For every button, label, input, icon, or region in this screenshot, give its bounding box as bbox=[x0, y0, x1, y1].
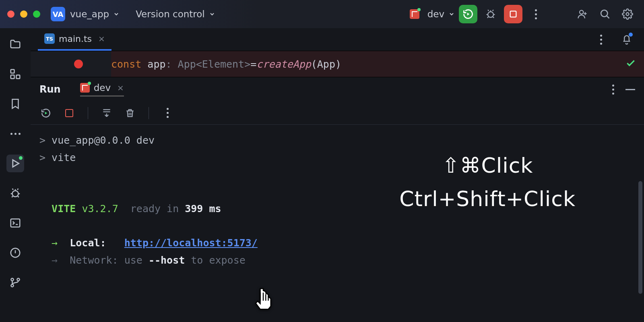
divider bbox=[88, 107, 88, 119]
main-content: TS main.ts × const app bbox=[31, 28, 644, 322]
rerun-icon bbox=[41, 108, 51, 118]
svg-point-13 bbox=[11, 284, 13, 287]
run-panel-label: Run bbox=[39, 84, 61, 95]
folder-icon bbox=[9, 38, 21, 50]
svg-point-3 bbox=[601, 10, 607, 17]
chevron-down-icon bbox=[209, 11, 215, 17]
ts-file-icon: TS bbox=[44, 33, 55, 44]
npm-icon bbox=[80, 83, 90, 93]
search-everywhere-button[interactable] bbox=[596, 5, 614, 23]
local-url-link[interactable]: http://localhost:5173/ bbox=[124, 237, 258, 249]
git-tool-button[interactable] bbox=[6, 274, 24, 291]
run-panel-options[interactable] bbox=[612, 85, 614, 95]
notification-dot bbox=[629, 33, 633, 37]
project-tool-button[interactable] bbox=[6, 35, 24, 53]
debug-tool-button[interactable] bbox=[6, 184, 24, 202]
shortcut-overlay: ⇧⌘Click Ctrl+Shift+Click bbox=[399, 149, 576, 216]
more-horizontal-icon bbox=[10, 133, 21, 135]
run-tab-name: dev bbox=[94, 83, 111, 93]
git-branch-icon bbox=[9, 277, 21, 289]
terminal-tool-button[interactable] bbox=[6, 214, 24, 232]
more-tools-button[interactable] bbox=[6, 125, 24, 142]
more-vertical-icon bbox=[612, 85, 614, 95]
console-options-button[interactable] bbox=[161, 107, 174, 120]
svg-point-2 bbox=[580, 10, 583, 14]
shortcut-mac: ⇧⌘Click bbox=[399, 149, 576, 182]
inspection-ok-icon[interactable] bbox=[625, 58, 636, 70]
project-name: vue_app bbox=[70, 9, 109, 19]
window-controls[interactable] bbox=[7, 10, 40, 18]
rerun-icon bbox=[462, 8, 474, 20]
trash-icon bbox=[125, 108, 135, 118]
run-toolbar bbox=[31, 101, 644, 125]
project-dropdown[interactable]: vue_app bbox=[70, 9, 120, 19]
problems-tool-button[interactable] bbox=[6, 244, 24, 262]
structure-icon bbox=[9, 68, 21, 80]
editor[interactable]: const app : App<Element> = createApp (Ap… bbox=[31, 51, 644, 77]
bookmarks-tool-button[interactable] bbox=[6, 95, 24, 113]
settings-button[interactable] bbox=[618, 5, 637, 23]
notifications-button[interactable] bbox=[617, 30, 636, 49]
stop-icon bbox=[65, 109, 73, 117]
maximize-window-button[interactable] bbox=[33, 10, 40, 18]
stop-icon bbox=[509, 10, 518, 19]
editor-gutter[interactable] bbox=[31, 51, 111, 77]
search-icon bbox=[599, 8, 611, 20]
file-tab-main-ts[interactable]: TS main.ts × bbox=[38, 28, 111, 51]
close-window-button[interactable] bbox=[7, 10, 14, 18]
bookmark-icon bbox=[9, 98, 21, 110]
debug-button[interactable] bbox=[481, 5, 500, 23]
stop-button[interactable] bbox=[504, 5, 522, 23]
cursor-pointer-icon bbox=[253, 287, 274, 311]
more-vertical-icon bbox=[167, 108, 169, 118]
structure-tool-button[interactable] bbox=[6, 65, 24, 83]
run-tool-button[interactable] bbox=[6, 155, 24, 172]
run-config-dropdown[interactable]: dev bbox=[410, 9, 455, 19]
file-tab-name: main.ts bbox=[59, 34, 92, 44]
svg-rect-7 bbox=[11, 75, 14, 79]
terminal-icon bbox=[9, 217, 21, 229]
svg-rect-6 bbox=[17, 75, 20, 79]
svg-point-0 bbox=[488, 12, 493, 17]
warning-icon bbox=[9, 247, 21, 259]
more-vertical-icon bbox=[535, 9, 537, 19]
scrollbar[interactable] bbox=[638, 181, 642, 294]
scroll-to-end-button[interactable] bbox=[100, 107, 113, 120]
editor-tabs: TS main.ts × bbox=[31, 28, 644, 51]
bug-icon bbox=[485, 8, 496, 20]
stop-toolbar-button[interactable] bbox=[63, 107, 76, 120]
clear-console-button[interactable] bbox=[124, 107, 136, 120]
vcs-label: Version control bbox=[136, 9, 205, 19]
vcs-dropdown[interactable]: Version control bbox=[136, 9, 215, 19]
hide-panel-button[interactable] bbox=[625, 89, 635, 90]
run-tab-dev[interactable]: dev × bbox=[80, 83, 124, 97]
svg-point-11 bbox=[11, 278, 13, 281]
titlebar: VA vue_app Version control dev bbox=[0, 0, 644, 28]
running-indicator-dot bbox=[19, 156, 23, 160]
divider bbox=[149, 107, 149, 119]
editor-tab-options[interactable] bbox=[592, 30, 610, 49]
shortcut-win: Ctrl+Shift+Click bbox=[399, 182, 576, 216]
rerun-button[interactable] bbox=[459, 5, 477, 23]
close-tab-button[interactable]: × bbox=[98, 34, 105, 43]
svg-rect-1 bbox=[510, 11, 516, 17]
more-actions-button[interactable] bbox=[526, 5, 545, 23]
svg-point-8 bbox=[12, 191, 19, 197]
left-toolbar bbox=[0, 28, 31, 322]
close-run-tab-button[interactable]: × bbox=[117, 83, 124, 93]
minimize-window-button[interactable] bbox=[20, 10, 27, 18]
svg-point-12 bbox=[17, 278, 19, 281]
project-badge: VA bbox=[51, 7, 65, 21]
svg-point-4 bbox=[626, 13, 629, 16]
breakpoint-marker[interactable] bbox=[74, 60, 83, 68]
code-with-me-button[interactable] bbox=[573, 5, 592, 23]
run-config-name: dev bbox=[427, 9, 444, 19]
gear-icon bbox=[622, 8, 633, 20]
code-line: const app : App<Element> = createApp (Ap… bbox=[111, 58, 341, 70]
svg-rect-9 bbox=[11, 219, 20, 227]
chevron-down-icon bbox=[113, 11, 120, 17]
bug-icon bbox=[9, 187, 21, 199]
more-vertical-icon bbox=[600, 35, 602, 45]
rerun-toolbar-button[interactable] bbox=[39, 107, 52, 120]
scroll-down-icon bbox=[101, 108, 112, 118]
